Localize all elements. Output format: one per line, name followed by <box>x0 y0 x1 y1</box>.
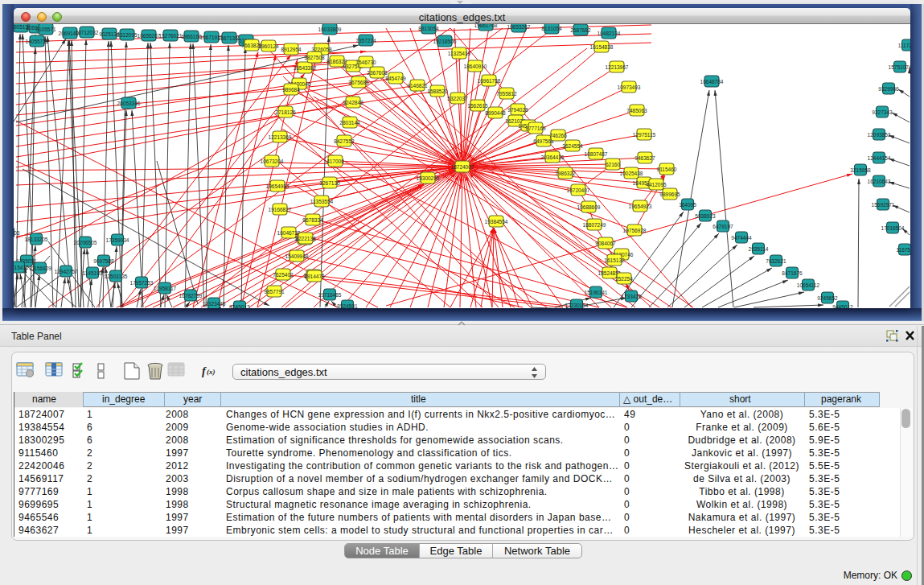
svg-text:12975115: 12975115 <box>633 132 656 138</box>
svg-text:9084067: 9084067 <box>595 241 616 246</box>
svg-text:19756928: 19756928 <box>623 228 647 233</box>
svg-text:8131054: 8131054 <box>541 26 562 31</box>
svg-text:12942757: 12942757 <box>55 269 78 274</box>
svg-text:14055712: 14055712 <box>26 39 49 44</box>
svg-text:8471676: 8471676 <box>782 270 803 276</box>
svg-text:417006: 417006 <box>326 159 344 164</box>
svg-text:16046738: 16046738 <box>277 230 301 236</box>
svg-text:9227343: 9227343 <box>872 109 893 115</box>
svg-text:9899695: 9899695 <box>659 192 680 197</box>
svg-text:18133205: 18133205 <box>25 237 48 242</box>
svg-text:20206505: 20206505 <box>74 240 97 245</box>
svg-text:10653267: 10653267 <box>507 24 531 30</box>
svg-text:9105571: 9105571 <box>35 27 56 32</box>
svg-text:9146821: 9146821 <box>407 83 428 89</box>
svg-text:10688609: 10688609 <box>577 204 601 210</box>
svg-text:7632621: 7632621 <box>766 258 786 264</box>
svg-text:1588520: 1588520 <box>427 89 448 94</box>
svg-text:10712032: 10712032 <box>76 30 99 35</box>
svg-text:12444154: 12444154 <box>868 155 891 161</box>
svg-text:1615132: 1615132 <box>604 257 625 263</box>
svg-text:19384554: 19384554 <box>485 219 508 225</box>
svg-text:15409948: 15409948 <box>285 253 309 259</box>
svg-text:18724007: 18724007 <box>451 164 474 170</box>
svg-text:12323446: 12323446 <box>203 301 226 307</box>
svg-text:17957253: 17957253 <box>130 280 154 286</box>
svg-text:8222134: 8222134 <box>295 236 316 241</box>
svg-text:16154838: 16154838 <box>590 44 614 50</box>
svg-text:15196141: 15196141 <box>585 290 608 295</box>
svg-text:8990448: 8990448 <box>485 110 506 116</box>
svg-text:7485063: 7485063 <box>626 108 647 113</box>
svg-text:19861768: 19861768 <box>474 24 498 28</box>
svg-text:16961758: 16961758 <box>478 78 501 84</box>
svg-text:3915412: 3915412 <box>14 265 29 270</box>
svg-text:16648784: 16648784 <box>700 79 724 84</box>
svg-text:15720407: 15720407 <box>567 187 590 193</box>
svg-text:15276021: 15276021 <box>159 33 183 39</box>
svg-text:9827508: 9827508 <box>304 55 325 60</box>
svg-text:8678334: 8678334 <box>302 217 323 223</box>
svg-text:19218506: 19218506 <box>433 39 457 44</box>
svg-text:17230154: 17230154 <box>565 303 589 308</box>
svg-text:3960124: 3960124 <box>258 43 279 49</box>
svg-text:12213967: 12213967 <box>606 64 629 70</box>
svg-text:989684: 989684 <box>282 87 300 93</box>
svg-text:9857791: 9857791 <box>264 289 285 295</box>
svg-text:2687682: 2687682 <box>570 27 591 33</box>
svg-text:10025438: 10025438 <box>620 171 643 176</box>
svg-text:1546730: 1546730 <box>355 60 376 65</box>
svg-text:9794028: 9794028 <box>507 107 528 113</box>
svg-text:18300295: 18300295 <box>417 175 440 181</box>
svg-text:17359934: 17359934 <box>106 237 129 243</box>
svg-text:26053346: 26053346 <box>117 101 141 106</box>
svg-text:3215958: 3215958 <box>850 167 871 173</box>
svg-text:19654923: 19654923 <box>629 204 652 209</box>
svg-text:(x): (x) <box>207 368 216 376</box>
svg-text:6479197: 6479197 <box>713 224 733 229</box>
svg-text:2803144: 2803144 <box>339 120 360 126</box>
svg-text:9777169: 9777169 <box>525 126 546 131</box>
svg-text:12213369: 12213369 <box>269 134 292 140</box>
svg-text:19654983: 19654983 <box>266 183 290 189</box>
svg-text:8813054: 8813054 <box>418 26 439 31</box>
svg-text:10654112: 10654112 <box>797 282 820 288</box>
svg-text:5938923: 5938923 <box>695 213 716 219</box>
svg-text:7955812: 7955812 <box>496 91 517 97</box>
svg-text:20364436: 20364436 <box>541 154 565 160</box>
svg-text:11325419: 11325419 <box>448 51 471 56</box>
svg-text:3267130: 3267130 <box>319 180 340 186</box>
svg-text:8454749: 8454749 <box>385 76 406 81</box>
svg-text:4412095: 4412095 <box>646 182 667 187</box>
svg-text:26260503: 26260503 <box>14 230 20 236</box>
svg-text:10958117: 10958117 <box>154 286 177 291</box>
svg-text:10655287: 10655287 <box>138 33 161 39</box>
svg-text:7986322: 7986322 <box>555 171 576 176</box>
svg-text:8427552: 8427552 <box>334 138 355 144</box>
svg-text:9115460: 9115460 <box>657 167 677 172</box>
svg-text:12503135: 12503135 <box>105 274 128 279</box>
svg-text:9329966: 9329966 <box>878 86 899 92</box>
svg-text:10482134: 10482134 <box>598 31 621 36</box>
svg-text:10673204: 10673204 <box>261 159 284 164</box>
svg-text:62160: 62160 <box>606 162 620 167</box>
svg-text:10973493: 10973493 <box>618 84 641 90</box>
svg-text:16543382: 16543382 <box>294 65 317 71</box>
svg-text:9242848: 9242848 <box>343 100 363 105</box>
svg-text:8524501: 8524501 <box>337 303 358 309</box>
svg-text:9445012: 9445012 <box>832 304 853 309</box>
svg-text:11156829: 11156829 <box>29 266 51 271</box>
svg-text:8912954: 8912954 <box>281 47 302 52</box>
svg-text:8312095: 8312095 <box>117 32 138 38</box>
svg-text:2718126: 2718126 <box>275 109 296 115</box>
svg-text:11353554: 11353554 <box>310 199 334 204</box>
svg-text:9474444: 9474444 <box>731 235 752 241</box>
svg-text:1562615: 1562615 <box>467 103 488 109</box>
svg-text:5322037: 5322037 <box>447 96 468 101</box>
svg-text:3624554: 3624554 <box>562 143 583 149</box>
svg-text:9245013: 9245013 <box>229 304 250 309</box>
svg-text:7357224: 7357224 <box>355 38 376 43</box>
svg-text:18640910: 18640910 <box>464 64 487 69</box>
svg-text:1733426: 1733426 <box>621 294 642 299</box>
svg-text:9463627: 9463627 <box>634 155 655 161</box>
